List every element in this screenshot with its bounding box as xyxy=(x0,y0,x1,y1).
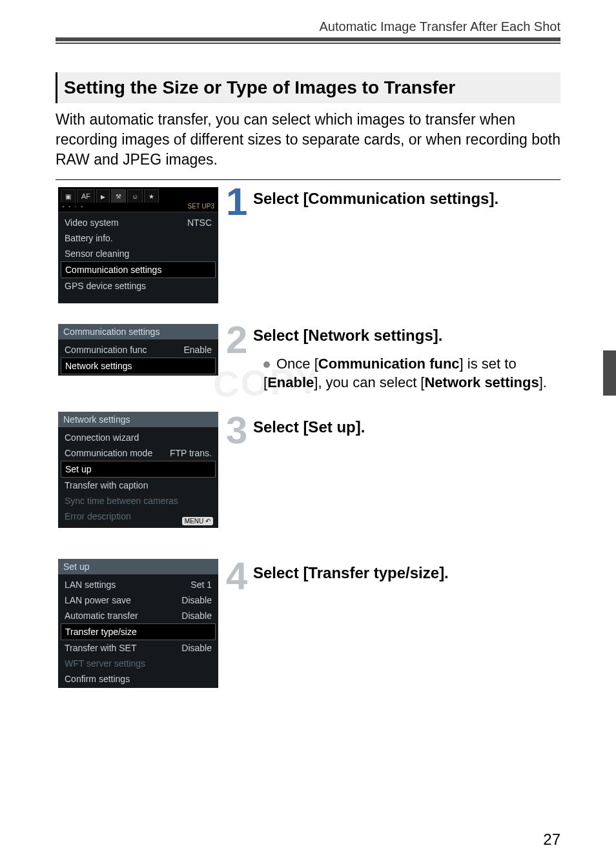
tab-af: AF xyxy=(77,189,95,203)
section-intro: With automatic transfer, you can select … xyxy=(56,110,560,170)
camera-icon xyxy=(65,192,71,200)
value: Disable xyxy=(181,611,212,621)
label: Error description xyxy=(65,511,131,521)
step-number-2: 2 xyxy=(226,318,247,362)
label: Sync time between cameras xyxy=(65,496,178,506)
label: WFT server settings xyxy=(65,658,145,669)
menu-row-gps: GPS device settings xyxy=(63,278,213,294)
value: Disable xyxy=(181,643,212,653)
header-rule-thick xyxy=(56,37,560,41)
screenshot-comm-settings-panel: Communication settings Communication fun… xyxy=(58,324,218,376)
menu-row-sensor: Sensor cleaning xyxy=(63,246,213,261)
page-number: 27 xyxy=(543,831,560,849)
row-comm-func: Communication funcEnable xyxy=(63,342,213,358)
value: Disable xyxy=(181,595,212,605)
panel-title: Set up xyxy=(58,559,218,574)
play-icon xyxy=(101,192,105,200)
tab-star xyxy=(144,189,159,203)
step-4-title: Select [Transfer type/size]. xyxy=(253,564,560,582)
tab-custom xyxy=(127,189,143,203)
face-icon xyxy=(132,192,138,200)
row-confirm: Confirm settings xyxy=(63,671,213,687)
bold: Communication func xyxy=(318,356,460,372)
row-wizard: Connection wizard xyxy=(63,430,213,445)
step-2-bullet: Once [Communication func] is set to [Ena… xyxy=(263,355,560,392)
row-power-save: LAN power saveDisable xyxy=(63,592,213,608)
panel-title: Communication settings xyxy=(58,324,218,339)
step-3-title: Select [Set up]. xyxy=(253,418,560,436)
bold: Network settings xyxy=(424,374,539,390)
label: Sensor cleaning xyxy=(65,248,129,259)
label: Transfer type/size xyxy=(65,627,137,637)
label: Transfer with SET xyxy=(65,643,137,653)
step-number-3: 3 xyxy=(226,408,247,452)
menu-row-communication: Communication settings xyxy=(61,261,216,278)
value: Set 1 xyxy=(190,580,212,590)
label: Video system xyxy=(65,217,119,228)
row-caption: Transfer with caption xyxy=(63,478,213,493)
label: Communication func xyxy=(65,345,147,355)
step-number-1: 1 xyxy=(226,179,247,224)
breadcrumb: Automatic Image Transfer After Each Shot xyxy=(319,19,560,34)
label: LAN power save xyxy=(65,595,131,605)
screenshot-network-settings: Network settings Connection wizard Commu… xyxy=(58,412,218,528)
label: LAN settings xyxy=(65,580,116,590)
camera-subtab-line: ▪ ▪ ▫ ▪ SET UP3 xyxy=(58,203,218,212)
label: Network settings xyxy=(65,361,132,371)
menu-row-video: Video systemNTSC xyxy=(63,215,213,230)
label: Communication settings xyxy=(65,265,161,275)
label: Transfer with caption xyxy=(65,480,148,490)
row-auto-transfer: Automatic transferDisable xyxy=(63,608,213,623)
section-edge-tab xyxy=(603,350,616,396)
text: ]. xyxy=(539,374,547,390)
panel-list: LAN settingsSet 1 LAN power saveDisable … xyxy=(58,574,218,689)
menu-back-badge: MENU xyxy=(182,517,213,525)
step-1-title: Select [Communication settings]. xyxy=(253,190,560,208)
panel-list: Connection wizard Communication modeFTP … xyxy=(58,427,218,529)
section-title: Setting the Size or Type of Images to Tr… xyxy=(56,72,560,103)
row-transfer-type: Transfer type/size xyxy=(61,623,216,640)
header-rule-thin xyxy=(56,43,560,44)
menu-row-battery: Battery info. xyxy=(63,230,213,246)
step-number-4: 4 xyxy=(226,554,247,598)
panel-list: Communication funcEnable Network setting… xyxy=(58,339,218,377)
text: ], you can select [ xyxy=(314,374,424,390)
bullet-icon xyxy=(263,361,270,368)
label: GPS device settings xyxy=(65,281,146,291)
tab-tools xyxy=(111,189,126,203)
label: Communication mode xyxy=(65,448,152,458)
row-transfer-set: Transfer with SETDisable xyxy=(63,640,213,656)
tab-shoot xyxy=(61,189,76,203)
label: Automatic transfer xyxy=(65,611,138,621)
wrench-icon xyxy=(116,192,121,200)
value: FTP trans. xyxy=(170,448,212,458)
text: Once [ xyxy=(276,356,318,372)
panel-title: Network settings xyxy=(58,412,218,427)
label: Battery info. xyxy=(65,233,113,243)
camera-menu-list: Video systemNTSC Battery info. Sensor cl… xyxy=(58,212,218,296)
intro-rule xyxy=(56,179,560,180)
row-comm-mode: Communication modeFTP trans. xyxy=(63,445,213,461)
row-sync: Sync time between cameras xyxy=(63,493,213,509)
screenshot-comm-settings-menu: AF ▪ ▪ ▫ ▪ SET UP3 Video systemNTSC Batt… xyxy=(58,187,218,303)
row-wft: WFT server settings xyxy=(63,656,213,671)
step-2-title: Select [Network settings]. xyxy=(253,327,560,345)
label: Set up xyxy=(65,464,91,474)
setup-page-label: SET UP3 xyxy=(188,203,215,210)
bold: Enable xyxy=(267,374,314,390)
value: Enable xyxy=(183,345,212,355)
value: NTSC xyxy=(187,217,212,228)
screenshot-setup-panel: Set up LAN settingsSet 1 LAN power saveD… xyxy=(58,559,218,688)
label: Confirm settings xyxy=(65,674,130,684)
star-icon xyxy=(149,192,154,200)
subtab-dots: ▪ ▪ ▫ ▪ xyxy=(62,203,84,210)
row-network-settings: Network settings xyxy=(61,358,216,374)
row-lan: LAN settingsSet 1 xyxy=(63,577,213,592)
label: Connection wizard xyxy=(65,432,139,443)
row-setup: Set up xyxy=(61,461,216,478)
camera-tab-strip: AF xyxy=(58,187,218,203)
tab-play xyxy=(96,189,110,203)
